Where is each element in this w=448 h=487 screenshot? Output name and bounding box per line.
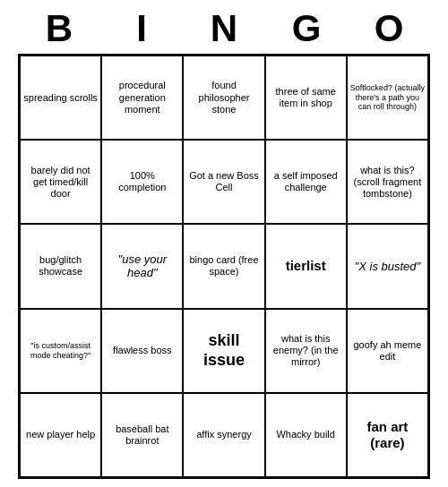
title-i: I: [106, 7, 177, 50]
bingo-cell-3: three of same item in shop: [265, 56, 347, 140]
bingo-cell-14: "X is busted": [347, 224, 428, 308]
bingo-grid: spreading scrollsprocedural generation m…: [18, 54, 430, 479]
bingo-cell-18: what is this enemy? (in the mirror): [265, 309, 347, 393]
title-n: N: [188, 7, 260, 50]
bingo-cell-13: tierlist: [265, 224, 347, 308]
bingo-cell-20: new player help: [20, 393, 101, 477]
bingo-cell-5: barely did not get timed/kill door: [20, 140, 101, 224]
bingo-cell-11: "use your head": [101, 224, 183, 308]
bingo-cell-7: Got a new Boss Cell: [183, 140, 264, 224]
bingo-cell-8: a self imposed challenge: [265, 140, 347, 224]
title-g: G: [271, 7, 342, 50]
title-o: O: [353, 7, 425, 50]
bingo-cell-12: bingo card (free space): [183, 224, 264, 308]
bingo-title: B I N G O: [18, 0, 430, 54]
title-b: B: [23, 7, 95, 50]
bingo-cell-1: procedural generation moment: [101, 56, 183, 140]
bingo-cell-9: what is this? (scroll fragment tombstone…: [347, 140, 428, 224]
bingo-cell-15: "is custom/assist mode cheating?": [20, 309, 101, 393]
bingo-cell-4: Softlocked? (actually there's a path you…: [347, 56, 428, 140]
bingo-cell-24: fan art (rare): [347, 393, 428, 477]
bingo-cell-22: affix synergy: [183, 393, 264, 477]
bingo-cell-10: bug/glitch showcase: [20, 224, 101, 308]
bingo-cell-2: found philosopher stone: [183, 56, 264, 140]
bingo-cell-19: goofy ah meme edit: [347, 309, 428, 393]
bingo-cell-23: Whacky build: [265, 393, 347, 477]
bingo-cell-16: flawless boss: [101, 309, 183, 393]
bingo-cell-21: baseball bat brainrot: [101, 393, 183, 477]
bingo-cell-17: skill issue: [183, 309, 264, 393]
bingo-cell-6: 100% completion: [101, 140, 183, 224]
bingo-cell-0: spreading scrolls: [20, 56, 101, 140]
